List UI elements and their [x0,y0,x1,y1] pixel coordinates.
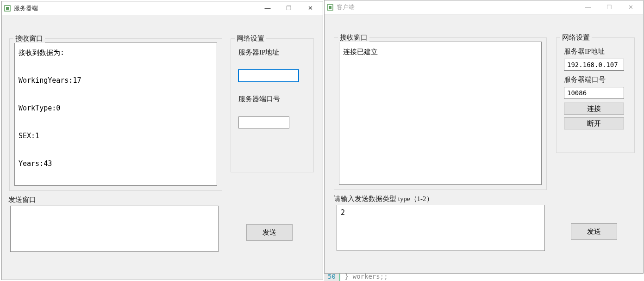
close-button[interactable]: ✕ [300,1,321,15]
connect-button[interactable]: 连接 [564,103,624,115]
server-network-label: 网络设置 [235,34,266,43]
server-port-label: 服务器端口号 [238,95,306,104]
client-receive-group: 接收窗口 连接已建立 [334,37,547,190]
client-send-group: 请输入发送数据类型 type（1-2） 2 [330,199,548,255]
bg-line-number: 50 [324,273,340,281]
background-editor-strip: 50 } workers;; [324,273,644,281]
server-ip-input[interactable] [238,70,299,82]
client-send-button[interactable]: 发送 [571,223,617,240]
server-network-group: 网络设置 服务器IP地址 服务器端口号 [231,38,314,172]
client-window: 客户端 — ☐ ✕ 接收窗口 连接已建立 网络设置 服务器IP地址 服务器端口号… [324,0,644,274]
server-send-group: 发送窗口 [5,200,222,256]
client-client-area: 接收窗口 连接已建立 网络设置 服务器IP地址 服务器端口号 连接 断开 请输入… [325,14,643,273]
server-window-controls: — ☐ ✕ [257,1,321,15]
server-send-textarea[interactable] [10,206,219,252]
client-window-controls: — ☐ ✕ [577,0,641,14]
client-send-label: 请输入发送数据类型 type（1-2） [332,195,435,203]
client-receive-textarea[interactable]: 连接已建立 [339,42,542,185]
server-ip-label: 服务器IP地址 [238,48,306,57]
server-send-label: 发送窗口 [6,195,38,204]
maximize-button[interactable]: ☐ [278,1,300,15]
server-receive-label: 接收窗口 [13,34,45,43]
bg-code-text: } workers;; [340,273,644,281]
server-receive-textarea[interactable]: 接收到数据为: WorkingYears:17 WorkType:0 SEX:1… [14,43,217,186]
client-port-input[interactable] [564,87,624,99]
server-port-input[interactable] [238,116,289,128]
server-titlebar: 服务器端 — ☐ ✕ [2,1,323,15]
server-window-title: 服务器端 [14,4,257,12]
server-receive-group: 接收窗口 接收到数据为: WorkingYears:17 WorkType:0 … [9,38,222,191]
app-icon [4,5,11,12]
client-network-group: 网络设置 服务器IP地址 服务器端口号 连接 断开 [556,37,635,153]
client-port-label: 服务器端口号 [564,75,627,84]
svg-rect-1 [6,7,9,10]
server-send-button[interactable]: 发送 [246,224,293,241]
client-receive-label: 接收窗口 [338,33,369,42]
minimize-button[interactable]: — [257,1,278,15]
close-button[interactable]: ✕ [620,0,641,14]
client-window-title: 客户端 [337,3,577,12]
client-titlebar: 客户端 — ☐ ✕ [325,0,643,14]
client-ip-label: 服务器IP地址 [564,47,627,56]
maximize-button[interactable]: ☐ [599,0,620,14]
client-network-label: 网络设置 [560,33,592,42]
server-window: 服务器端 — ☐ ✕ 接收窗口 接收到数据为: WorkingYears:17 … [1,1,323,280]
minimize-button[interactable]: — [577,0,599,14]
app-icon [326,4,334,11]
server-client-area: 接收窗口 接收到数据为: WorkingYears:17 WorkType:0 … [2,15,323,280]
client-send-textarea[interactable]: 2 [337,205,545,251]
svg-rect-3 [329,6,331,9]
disconnect-button[interactable]: 断开 [564,117,624,129]
client-ip-input[interactable] [564,59,624,71]
